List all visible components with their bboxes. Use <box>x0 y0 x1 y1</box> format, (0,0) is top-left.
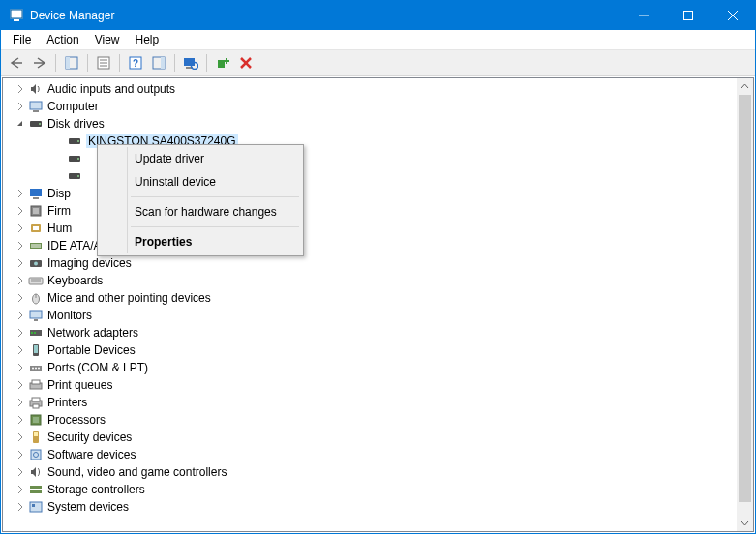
tree-label: Firm <box>47 204 71 218</box>
svg-rect-2 <box>14 19 19 21</box>
tree-category[interactable]: Sound, video and game controllers <box>3 463 737 481</box>
keyboard-icon <box>28 273 44 288</box>
svg-point-59 <box>38 368 40 370</box>
tree-category[interactable]: Processors <box>3 411 737 429</box>
scan-hardware-button[interactable] <box>179 52 201 74</box>
menu-action[interactable]: Action <box>39 31 86 48</box>
tree-label: Disk drives <box>47 117 105 131</box>
window-title: Device Manager <box>30 9 114 22</box>
svg-rect-71 <box>30 486 42 489</box>
tree-label: Monitors <box>47 309 92 322</box>
expand-icon[interactable] <box>13 415 28 425</box>
expand-icon[interactable] <box>13 363 28 372</box>
close-button[interactable] <box>711 1 755 30</box>
svg-rect-69 <box>31 450 41 460</box>
security-icon <box>28 430 44 445</box>
properties-button[interactable] <box>92 52 114 74</box>
svg-point-57 <box>32 368 34 370</box>
maximize-button[interactable] <box>666 1 711 30</box>
tree-category[interactable]: Mice and other pointing devices <box>3 289 737 307</box>
tree-category[interactable]: Print queues <box>3 376 737 394</box>
menu-view[interactable]: View <box>87 31 128 48</box>
expand-icon[interactable] <box>13 189 28 198</box>
expand-icon[interactable] <box>13 398 28 407</box>
tree-category[interactable]: Imaging devices <box>3 254 737 272</box>
ports-icon <box>28 360 44 375</box>
context-scan-hardware[interactable]: Scan for hardware changes <box>100 200 301 223</box>
svg-rect-36 <box>33 208 39 214</box>
tree-label: Disp <box>47 187 71 200</box>
svg-point-43 <box>34 262 38 266</box>
expand-icon[interactable] <box>13 84 28 94</box>
tree-category[interactable]: Keyboards <box>3 272 737 289</box>
expand-icon[interactable] <box>13 258 28 268</box>
tree-label: Software devices <box>47 448 136 461</box>
tree-category[interactable]: Ports (COM & LPT) <box>3 359 737 376</box>
tree-category[interactable]: Disk drives <box>3 115 737 133</box>
svg-rect-61 <box>32 380 40 384</box>
tree-category[interactable]: Monitors <box>3 307 737 324</box>
expand-icon[interactable] <box>13 241 28 251</box>
expand-icon[interactable] <box>13 276 28 285</box>
menu-file[interactable]: File <box>5 31 39 48</box>
svg-rect-4 <box>684 12 693 20</box>
menu-help[interactable]: Help <box>128 31 167 48</box>
svg-text:?: ? <box>132 58 137 69</box>
tree-label: Security devices <box>47 430 132 444</box>
tree-category[interactable]: Audio inputs and outputs <box>3 80 737 98</box>
context-properties[interactable]: Properties <box>100 230 301 253</box>
software-icon <box>28 447 44 462</box>
tree-category[interactable]: Security devices <box>3 429 737 446</box>
tree-label: Storage controllers <box>47 483 145 496</box>
expand-icon[interactable] <box>13 293 28 303</box>
tree-label: Keyboards <box>47 274 103 287</box>
scroll-down-button[interactable] <box>737 515 753 531</box>
expand-icon[interactable] <box>13 311 28 320</box>
disk-icon <box>67 151 82 166</box>
context-update-driver[interactable]: Update driver <box>100 147 301 170</box>
title-bar: Device Manager <box>1 1 755 30</box>
tree-category[interactable]: Printers <box>3 394 737 411</box>
expand-icon[interactable] <box>13 345 28 355</box>
forward-button[interactable] <box>28 52 50 74</box>
tree-category[interactable]: Network adapters <box>3 324 737 341</box>
scroll-thumb[interactable] <box>739 95 751 502</box>
expand-icon[interactable] <box>13 328 28 338</box>
svg-rect-66 <box>33 417 39 423</box>
tree-label: Computer <box>47 100 99 113</box>
context-uninstall-device[interactable]: Uninstall device <box>100 170 301 193</box>
tree-category[interactable]: Storage controllers <box>3 481 737 498</box>
tree-label: Sound, video and game controllers <box>47 465 227 479</box>
add-hardware-wizard-button[interactable] <box>211 52 233 74</box>
svg-rect-17 <box>184 58 195 66</box>
expand-icon[interactable] <box>13 467 28 477</box>
scroll-up-button[interactable] <box>737 78 753 95</box>
svg-rect-72 <box>30 490 42 493</box>
expand-icon[interactable] <box>13 206 28 216</box>
expand-icon[interactable] <box>13 102 28 111</box>
help-button[interactable]: ? <box>124 52 146 74</box>
expand-icon[interactable] <box>13 432 28 442</box>
vertical-scrollbar[interactable] <box>737 78 753 531</box>
tree-category[interactable]: Computer <box>3 98 737 115</box>
tree-category[interactable]: Software devices <box>3 446 737 463</box>
svg-rect-64 <box>33 404 39 408</box>
svg-rect-0 <box>11 10 22 18</box>
uninstall-device-button[interactable] <box>234 52 257 74</box>
tree-category[interactable]: Portable Devices <box>3 341 737 359</box>
app-icon <box>9 8 24 23</box>
back-button[interactable] <box>5 52 27 74</box>
expand-icon[interactable] <box>13 223 28 233</box>
expand-icon[interactable] <box>13 450 28 460</box>
expand-icon[interactable] <box>13 485 28 494</box>
tree-label: Imaging devices <box>47 256 132 270</box>
action-pane-button[interactable] <box>147 52 169 74</box>
show-hide-console-button[interactable] <box>60 52 82 74</box>
collapse-icon[interactable] <box>13 119 28 129</box>
expand-icon[interactable] <box>13 380 28 390</box>
minimize-button[interactable] <box>621 1 666 30</box>
ide-icon <box>28 238 44 253</box>
expand-icon[interactable] <box>13 502 28 512</box>
cpu-icon <box>28 412 44 428</box>
tree-category[interactable]: System devices <box>3 498 737 516</box>
